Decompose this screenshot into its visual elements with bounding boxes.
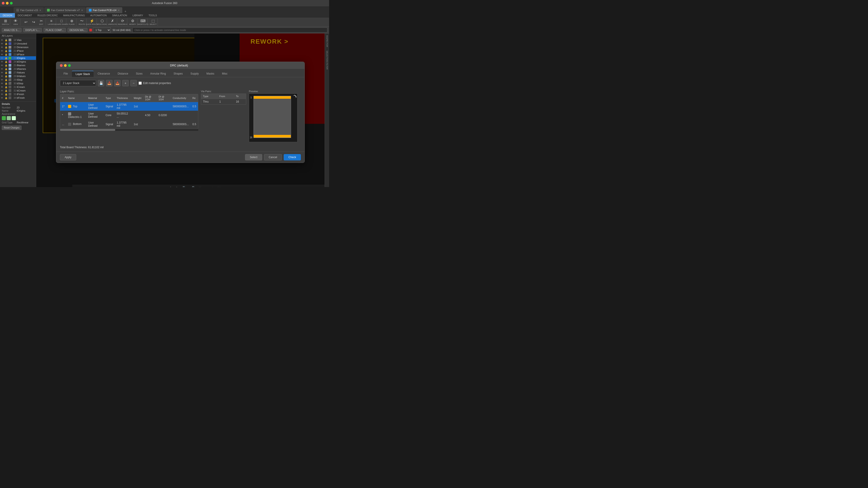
- sidebar-item-bplace[interactable]: 👁 🔒 22 bPlace: [0, 53, 36, 56]
- dialog-max-button[interactable]: [68, 64, 71, 67]
- sidebar-item-unrouted[interactable]: 👁 🔒 19 Unrouted: [0, 42, 36, 45]
- switch-tool[interactable]: ⊞ SWITCH: [2, 19, 9, 26]
- close-button[interactable]: [2, 2, 4, 4]
- toolbar-tab-simulation[interactable]: SIMULATION: [110, 13, 130, 18]
- sidebar-item-tnames[interactable]: 👁 🔒 25 tNames: [0, 64, 36, 67]
- cancel-button[interactable]: Cancel: [264, 154, 282, 160]
- edit-material-checkbox[interactable]: [138, 82, 142, 85]
- vis-icon-dimension[interactable]: 👁: [1, 46, 4, 48]
- sidebar-item-bstop[interactable]: 👁 🔒 30 bStop: [0, 82, 36, 85]
- vis-icon-bnames[interactable]: 👁: [1, 68, 4, 70]
- sidebar-item-torigins[interactable]: 👁 🔒 23 tOrigins: [0, 56, 36, 60]
- tab-close-pcb[interactable]: ✕: [118, 9, 120, 11]
- vis-icon-unrouted[interactable]: 👁: [1, 42, 4, 45]
- lock-icon-unrouted[interactable]: 🔒: [5, 42, 8, 45]
- table-row-dielectric[interactable]: * Dielectric-1 User Defined Core 59.055: [60, 111, 198, 120]
- table-row-top[interactable]: 1* Top User Defined Signal 1.37795 mil: [60, 102, 198, 111]
- sidebar-item-dimension[interactable]: 👁 🔒 20 Dimension: [0, 45, 36, 49]
- scrollbar-thumb[interactable]: [60, 129, 115, 131]
- lock-icon-tvalues[interactable]: 🔒: [5, 71, 8, 74]
- edit-tool[interactable]: ✂ EDIT: [37, 19, 45, 26]
- lock-icon-tplace[interactable]: 🔒: [5, 50, 8, 52]
- vis-icon-tcream[interactable]: 👁: [1, 86, 4, 88]
- minimize-button[interactable]: [6, 2, 8, 4]
- table-scrollbar[interactable]: [60, 129, 198, 131]
- dialog-tab-clearance[interactable]: Clearance: [94, 71, 114, 77]
- dialog-tab-layerstack[interactable]: Layer Stack: [72, 71, 93, 77]
- place-tool[interactable]: ⊕ PLACE: [68, 19, 75, 26]
- vis-icon-bvalues[interactable]: 👁: [1, 75, 4, 77]
- tab-close-sch[interactable]: ✕: [81, 9, 83, 11]
- board-shape-tool[interactable]: □ BOARD SHAPE: [58, 19, 65, 26]
- tab-fan-control-pcb[interactable]: Fan Control PCB v14 ✕: [86, 7, 122, 13]
- lock-icon-tnames[interactable]: 🔒: [5, 64, 8, 67]
- vis-icon-tvalues[interactable]: 👁: [1, 71, 4, 74]
- toolbar-tab-library[interactable]: LIBRARY: [130, 13, 146, 18]
- toolbar-tab-manufacturing[interactable]: MANUFACTURING: [61, 13, 88, 18]
- lock-icon-dimension[interactable]: 🔒: [5, 46, 8, 48]
- toolbar-tab-document[interactable]: DOCUMENT: [15, 13, 35, 18]
- check-button[interactable]: Check: [284, 154, 301, 160]
- vis-icon-vias[interactable]: 👁: [1, 39, 4, 41]
- vis-icon-tplace[interactable]: 👁: [1, 50, 4, 52]
- lock-icon-bstop[interactable]: 🔒: [5, 82, 8, 85]
- stack-add-btn[interactable]: +: [122, 80, 129, 86]
- undo-tool[interactable]: ↩: [22, 19, 29, 26]
- dialog-tab-file[interactable]: File: [60, 71, 71, 77]
- toolbar-tab-tools[interactable]: TOOLS: [146, 13, 160, 18]
- tab-close-v15[interactable]: ✕: [39, 9, 41, 11]
- vis-icon-bstop[interactable]: 👁: [1, 82, 4, 85]
- lock-icon-tfinish[interactable]: 🔒: [5, 93, 8, 96]
- select-tool[interactable]: ⬚ SELECT: [149, 19, 157, 26]
- vis-icon-bplace[interactable]: 👁: [1, 53, 4, 56]
- sidebar-item-bfinish[interactable]: 👁 🔒 34 bFinish: [0, 96, 36, 100]
- sidebar-item-bnames[interactable]: 👁 🔒 26 bNames: [0, 67, 36, 71]
- redo-tool[interactable]: ↪: [30, 19, 37, 26]
- dialog-tab-distance[interactable]: Distance: [114, 71, 132, 77]
- dialog-min-button[interactable]: [64, 64, 67, 67]
- sidebar-item-tstop[interactable]: 👁 🔒 29 tStop: [0, 78, 36, 82]
- dialog-tab-masks[interactable]: Masks: [203, 71, 218, 77]
- sidebar-item-tvalues[interactable]: 👁 🔒 27 tValues: [0, 71, 36, 74]
- shortcuts-tool[interactable]: ⌨ SHORTCUTS: [139, 19, 147, 26]
- place-comp-button[interactable]: PLACE COMP...: [43, 28, 66, 32]
- stack-remove-btn[interactable]: −: [130, 80, 137, 86]
- rework-tool[interactable]: ⟳ REWORK ▾: [119, 19, 126, 26]
- stack-import-btn[interactable]: 📥: [106, 80, 112, 86]
- dialog-close-button[interactable]: [60, 64, 63, 67]
- layers-tool[interactable]: ≡ LAYERS: [48, 19, 55, 26]
- sidebar-item-bvalues[interactable]: 👁 🔒 28 bValues: [0, 74, 36, 78]
- edit-material-checkbox-label[interactable]: Edit material properties: [138, 82, 171, 85]
- lock-icon-tstop[interactable]: 🔒: [5, 78, 8, 81]
- quick-route-tool[interactable]: ⚡ QUICK ROUTE: [88, 19, 96, 26]
- sidebar-item-tfinish[interactable]: 👁 🔒 33 tFinish: [0, 92, 36, 96]
- vis-icon-bcream[interactable]: 👁: [1, 90, 4, 92]
- display-button[interactable]: DISPLAY L...: [23, 28, 42, 32]
- vis-icon-torigins[interactable]: 👁: [1, 57, 4, 59]
- appearance-color-3[interactable]: [12, 116, 16, 120]
- dialog-tab-shapes[interactable]: Shapes: [170, 71, 186, 77]
- window-controls[interactable]: [2, 2, 13, 4]
- sidebar-item-tplace[interactable]: 👁 🔒 21 tPlace: [0, 49, 36, 53]
- stack-export-btn[interactable]: 📤: [114, 80, 121, 86]
- vis-icon-tnames[interactable]: 👁: [1, 64, 4, 67]
- lock-icon-torigins[interactable]: 🔒: [5, 57, 8, 59]
- lock-icon-vias[interactable]: 🔒: [5, 39, 8, 41]
- modify-tool[interactable]: ⚙ MODIFY: [129, 19, 136, 26]
- lock-icon-bvalues[interactable]: 🔒: [5, 75, 8, 77]
- polygon-tool[interactable]: ⬡ POLYGON: [98, 19, 106, 26]
- lock-icon-bfinish[interactable]: 🔒: [5, 97, 8, 99]
- maximize-button[interactable]: [10, 2, 13, 4]
- vis-icon-borigins[interactable]: 👁: [1, 61, 4, 63]
- lock-icon-bplace[interactable]: 🔒: [5, 53, 8, 56]
- view-tool[interactable]: 👁 VIEW: [12, 19, 19, 26]
- toolbar-tab-design[interactable]: DESIGN: [0, 13, 15, 18]
- apply-button[interactable]: Apply: [60, 154, 76, 160]
- via-row-thru[interactable]: Thru 1 16: [201, 99, 246, 105]
- appearance-color-1[interactable]: [2, 116, 6, 120]
- analyze-button[interactable]: ANALYZE S...: [2, 28, 22, 32]
- select-button[interactable]: Select: [245, 154, 262, 160]
- vis-icon-tstop[interactable]: 👁: [1, 78, 4, 81]
- dialog-tab-misc[interactable]: Misc: [218, 71, 231, 77]
- vis-icon-bfinish[interactable]: 👁: [1, 97, 4, 99]
